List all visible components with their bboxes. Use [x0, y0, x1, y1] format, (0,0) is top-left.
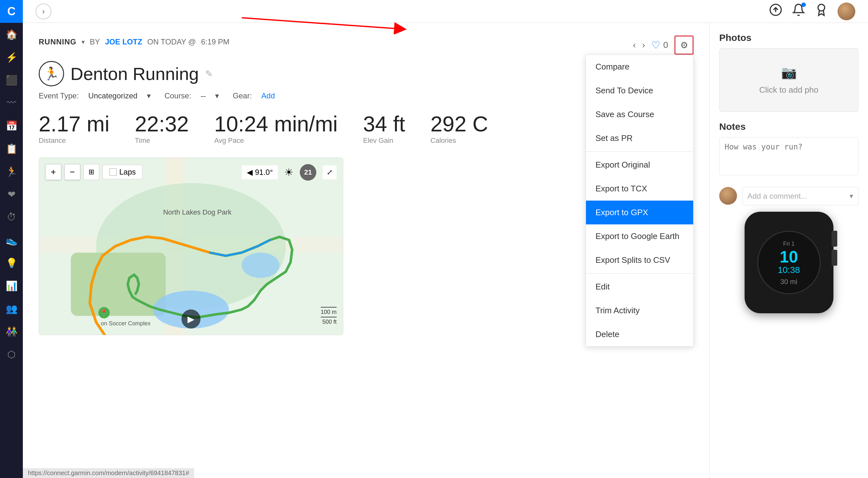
activity-header-left: RUNNING ▾ BY JOE LOTZ ON TODAY @ 6:19 PM [39, 37, 229, 53]
dropdown-send-to-device[interactable]: Send To Device [586, 79, 693, 102]
photo-placeholder[interactable]: 📷 Click to add pho [719, 48, 859, 112]
bearing-display: ◀ 91.0° [242, 166, 278, 179]
dropdown-export-splits-csv[interactable]: Export Splits to CSV [586, 248, 693, 272]
zoom-in-btn[interactable]: + [45, 164, 61, 180]
dropdown-delete[interactable]: Delete [586, 323, 693, 346]
next-activity-btn[interactable]: › [642, 40, 645, 50]
sidebar-item-insights[interactable]: 💡 [0, 251, 23, 274]
temperature-value: 21 [304, 168, 312, 177]
dropdown-edit[interactable]: Edit [586, 275, 693, 299]
sidebar-item-layers[interactable]: ⬛ [0, 68, 23, 91]
watch-time-big: 10 [780, 248, 798, 265]
sidebar-item-performance[interactable]: 〰 [0, 91, 23, 114]
dropdown-export-tcx[interactable]: Export to TCX [586, 177, 693, 201]
stat-pace-value: 10:24 min/mi [214, 113, 338, 135]
settings-button[interactable]: ⚙ [675, 35, 693, 55]
award-icon[interactable] [815, 3, 828, 19]
watch-btn-top [832, 231, 837, 247]
notification-dot [801, 3, 806, 7]
sidebar-item-calendar[interactable]: 📅 [0, 114, 23, 137]
type-dropdown-arrow[interactable]: ▾ [82, 38, 85, 46]
dropdown-menu: Compare Send To Device Save as Course Se… [586, 55, 693, 347]
notification-icon[interactable] [792, 3, 805, 19]
sidebar-item-gear[interactable]: 👟 [0, 229, 23, 251]
comment-input-area[interactable]: Add a comment... ▾ [742, 187, 859, 205]
sidebar-item-reports[interactable]: 📊 [0, 274, 23, 297]
gear-add-link[interactable]: Add [261, 91, 275, 100]
event-type-dropdown[interactable]: ▾ [147, 91, 151, 100]
url-bar: https://connect.garmin.com/modern/activi… [23, 468, 194, 478]
dropdown-save-as-course[interactable]: Save as Course [586, 102, 693, 126]
activity-meta: RUNNING ▾ BY JOE LOTZ ON TODAY @ 6:19 PM [39, 37, 229, 46]
header-right [769, 3, 855, 20]
sidebar-item-groups[interactable]: 👫 [0, 320, 23, 343]
sidebar-item-challenges[interactable]: ⏱ [0, 206, 23, 229]
zoom-out-btn[interactable]: − [64, 164, 80, 180]
commenter-avatar [719, 187, 737, 205]
activity-header-row: RUNNING ▾ BY JOE LOTZ ON TODAY @ 6:19 PM… [39, 35, 693, 55]
dropdown-compare[interactable]: Compare [586, 55, 693, 79]
map-controls: + − ⊞ Laps [45, 164, 143, 180]
map-top-right: ◀ 91.0° ☀ 21 ⤢ [242, 164, 337, 181]
watch-time-small: 10:38 [778, 265, 800, 275]
activity-type: RUNNING [39, 37, 76, 46]
laps-btn[interactable]: Laps [102, 165, 143, 179]
watch-section: Fri 1 10 10:38 30 mi [719, 212, 859, 313]
stat-distance-value: 2.17 mi [39, 113, 110, 135]
activity-sport-icon: 🏃 [39, 61, 64, 86]
url-text: https://connect.garmin.com/modern/activi… [28, 470, 189, 476]
user-avatar[interactable] [838, 3, 855, 20]
comment-placeholder: Add a comment... [747, 192, 807, 201]
notes-section: Notes [719, 121, 859, 177]
notes-title: Notes [719, 121, 859, 132]
watch-btn-bottom [832, 250, 837, 266]
dropdown-export-original[interactable]: Export Original [586, 153, 693, 177]
sidebar-item-badges[interactable]: ⬡ [0, 343, 23, 366]
fullscreen-btn[interactable]: ⤢ [323, 166, 337, 179]
course-dropdown[interactable]: ▾ [215, 91, 219, 100]
stat-distance: 2.17 mi Distance [39, 113, 110, 145]
map-container[interactable]: North Lakes Dog Park 📍 on Soccer Complex… [39, 157, 343, 335]
svg-text:on Soccer Complex: on Soccer Complex [101, 320, 150, 327]
stat-time-value: 22:32 [135, 113, 189, 135]
sidebar-item-dashboard[interactable]: ⚡ [0, 46, 23, 68]
like-icon[interactable]: ♡ [651, 39, 660, 51]
main-content: › [23, 0, 868, 478]
header-left: › [35, 3, 52, 19]
activity-area: RUNNING ▾ BY JOE LOTZ ON TODAY @ 6:19 PM… [23, 23, 868, 478]
dropdown-export-gpx[interactable]: Export to GPX [586, 201, 693, 225]
watch-date: Fri 1 [783, 241, 795, 247]
sidebar-item-running[interactable]: 🏃 [0, 160, 23, 183]
stat-elevation-label: Elev Gain [363, 137, 405, 145]
user-name[interactable]: JOE LOTZ [105, 37, 142, 46]
sidebar-logo[interactable]: C [0, 0, 23, 23]
divider-1 [586, 151, 693, 152]
sidebar-item-home[interactable]: 🏠 [0, 23, 23, 46]
watch-bottom: 30 mi [780, 278, 798, 286]
sidebar-item-connections[interactable]: 👥 [0, 297, 23, 320]
weather-icon: ☀ [284, 166, 293, 178]
sidebar-item-training[interactable]: 📋 [0, 137, 23, 160]
stat-elevation-value: 34 ft [363, 113, 405, 135]
sidebar-item-health[interactable]: ❤ [0, 183, 23, 206]
stat-distance-label: Distance [39, 137, 110, 145]
edit-title-icon[interactable]: ✎ [205, 68, 213, 79]
notes-input[interactable] [719, 137, 859, 175]
on-label: ON TODAY @ [147, 37, 196, 46]
back-arrow-btn[interactable]: › [35, 3, 52, 19]
course-value[interactable]: -- [200, 91, 206, 100]
dropdown-set-as-pr[interactable]: Set as PR [586, 126, 693, 150]
dropdown-trim-activity[interactable]: Trim Activity [586, 299, 693, 323]
play-btn[interactable]: ▶ [182, 309, 200, 329]
prev-activity-btn[interactable]: ‹ [633, 40, 636, 50]
activity-title: Denton Running [70, 63, 199, 84]
gear-label: Gear: [228, 91, 252, 100]
stat-calories: 292 C Calories [431, 113, 488, 145]
upload-icon[interactable] [769, 3, 782, 19]
dropdown-export-google-earth[interactable]: Export to Google Earth [586, 225, 693, 248]
stat-calories-value: 292 C [431, 113, 488, 135]
layers-btn[interactable]: ⊞ [84, 164, 99, 180]
comment-expand-icon[interactable]: ▾ [849, 192, 853, 200]
event-type-value[interactable]: Uncategorized [88, 91, 137, 100]
scale-100m: 100 m [321, 307, 337, 316]
